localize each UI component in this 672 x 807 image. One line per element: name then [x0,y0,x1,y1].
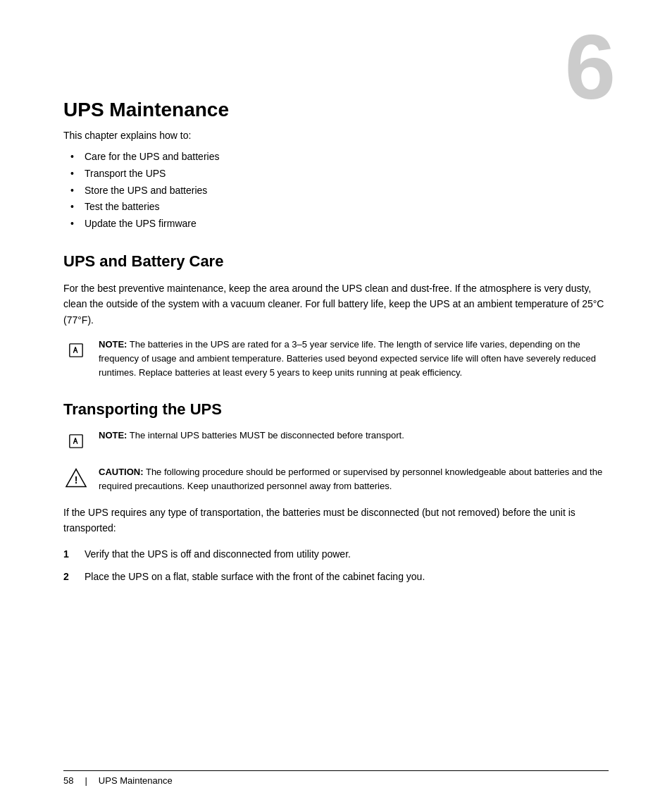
step-2: 2 Place the UPS on a flat, stable surfac… [63,569,609,584]
note-text: NOTE: The batteries in the UPS are rated… [99,338,609,380]
note-body: The batteries in the UPS are rated for a… [99,339,596,378]
page-footer: 58 | UPS Maintenance [63,770,609,786]
list-item: Update the UPS firmware [70,216,609,233]
note-icon-pencil [63,338,89,363]
intro-bullet-list: Care for the UPS and batteries Transport… [70,149,609,233]
caution-text: CAUTION: The following procedure should … [99,465,609,493]
list-item: Test the batteries [70,199,609,216]
list-item: Store the UPS and batteries [70,183,609,199]
transport-note-text: NOTE: The internal UPS batteries MUST be… [99,429,609,443]
page-title: UPS Maintenance [63,99,609,121]
section-title-transporting: Transporting the UPS [63,400,609,419]
step-text-2: Place the UPS on a flat, stable surface … [85,569,609,584]
caution-body: The following procedure should be perfor… [99,467,602,491]
transport-steps: 1 Verify that the UPS is off and disconn… [63,546,609,585]
caution-icon-triangle: ! [63,465,89,491]
footer-title: UPS Maintenance [99,775,173,786]
transport-note-label: NOTE: [99,430,127,441]
footer-page-number: 58 [63,775,73,786]
note-icon-pencil-2 [63,429,89,454]
chapter-number: 6 [565,21,616,113]
transport-note-body: The internal UPS batteries MUST be disco… [130,430,404,441]
transport-paragraph: If the UPS requires any type of transpor… [63,505,609,536]
transport-note: NOTE: The internal UPS batteries MUST be… [63,429,609,454]
step-num-2: 2 [63,569,85,584]
section-title-battery-care: UPS and Battery Care [63,252,609,271]
caution-label: CAUTION: [99,467,144,477]
intro-text: This chapter explains how to: [63,128,609,143]
step-num-1: 1 [63,546,85,562]
note-label: NOTE: [99,339,127,350]
list-item: Care for the UPS and batteries [70,149,609,166]
step-1: 1 Verify that the UPS is off and disconn… [63,546,609,562]
step-text-1: Verify that the UPS is off and disconnec… [85,546,609,562]
battery-care-paragraph: For the best preventive maintenance, kee… [63,281,609,328]
list-item: Transport the UPS [70,166,609,183]
footer-separator: | [85,775,87,786]
svg-text:!: ! [75,474,78,485]
transport-caution: ! CAUTION: The following procedure shoul… [63,465,609,493]
battery-care-note: NOTE: The batteries in the UPS are rated… [63,338,609,380]
